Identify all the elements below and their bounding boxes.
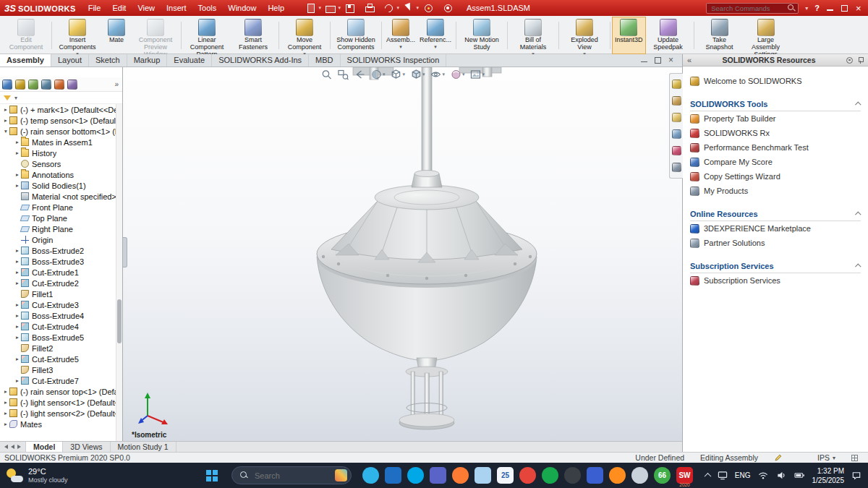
ribbon-button[interactable]: Linear Component Pattern ▾ (184, 17, 230, 53)
zoom-fit-icon[interactable] (320, 69, 332, 80)
expand-arrow[interactable]: ▸ (14, 139, 21, 145)
tree-item[interactable]: ▸ Cut-Extrude2 (0, 278, 116, 288)
ribbon-button[interactable] (505, 17, 510, 53)
document-tab[interactable]: Model (26, 442, 63, 452)
scroll-tabs-right-icon[interactable] (17, 445, 21, 449)
doc-minimize-icon[interactable] (641, 57, 647, 64)
tree-item[interactable]: Fillet3 (0, 364, 116, 375)
previous-view-icon[interactable] (354, 69, 365, 80)
commandmanager-tab[interactable]: SOLIDWORKS Add-Ins (212, 54, 309, 67)
taskpane-row[interactable]: Online Resources (690, 207, 861, 221)
taskbar-app-teams[interactable] (585, 464, 605, 487)
taskpane-row[interactable]: SOLIDWORKS Tools (690, 98, 861, 111)
expand-arrow[interactable]: ▸ (14, 269, 21, 275)
tree-item[interactable]: ▸ (-) light sensor<2> (Default<< (0, 408, 116, 419)
taskbar-app-spotify[interactable] (540, 464, 560, 487)
ribbon-button[interactable]: Insert Components ▾ (54, 17, 101, 53)
tree-item[interactable]: ▸ Cut-Extrude7 (0, 375, 116, 386)
select-arrow-icon[interactable] (404, 4, 413, 12)
ribbon-button[interactable] (179, 17, 184, 53)
scroll-tabs-left-icon[interactable] (4, 445, 8, 449)
document-tab[interactable]: Motion Study 1 (111, 442, 176, 452)
expand-arrow[interactable]: ▸ (14, 356, 21, 362)
expand-arrow[interactable]: ▸ (14, 171, 21, 178)
rebuild-icon[interactable] (423, 4, 433, 12)
tree-item[interactable]: Top Plane (0, 213, 116, 223)
notifications-icon[interactable] (851, 470, 862, 481)
expand-arrow[interactable]: ▸ (2, 421, 9, 427)
search-dropdown-caret[interactable]: ▾ (805, 5, 808, 12)
open-icon[interactable] (326, 4, 335, 12)
ribbon-button[interactable]: Bill of Materials ▾ (510, 17, 556, 53)
filter-funnel-icon[interactable] (4, 95, 11, 100)
commandmanager-tab[interactable]: Evaluate (167, 54, 212, 67)
search-highlight-thumbnail[interactable] (335, 469, 347, 481)
tree-item[interactable]: ▸ Cut-Extrude3 (0, 299, 116, 310)
menu-item[interactable]: File (82, 0, 107, 16)
graphics-viewport[interactable]: *Isometric (123, 67, 682, 441)
undo-icon[interactable] (384, 4, 393, 12)
expand-arrow[interactable]: ▸ (14, 323, 21, 330)
tree-item[interactable]: ▸ Mates in Assem1 (0, 137, 116, 147)
commandmanager-tab[interactable]: Sketch (89, 54, 127, 67)
tree-item[interactable]: ▸ (-) temp sensor<1> (Default<- (0, 115, 116, 126)
tree-item[interactable]: ▾ (-) rain sensor bottom<1> (De (0, 126, 116, 137)
expand-arrow[interactable]: ▸ (14, 301, 21, 308)
ribbon-button[interactable]: Take Snapshot (697, 17, 743, 53)
ribbon-button[interactable]: Smart Fasteners (230, 17, 276, 53)
restore-button[interactable] (841, 4, 848, 12)
ribbon-button[interactable] (692, 17, 697, 53)
zoom-area-icon[interactable] (337, 69, 349, 80)
save-icon[interactable] (345, 4, 354, 12)
expand-arrow[interactable]: ▸ (14, 258, 21, 265)
menu-item[interactable]: Window (222, 0, 262, 16)
ribbon-button[interactable] (556, 17, 561, 53)
appearances-tab[interactable] (672, 146, 681, 155)
taskpane-row[interactable]: Subscription Services (690, 260, 861, 273)
tree-item[interactable]: Origin (0, 234, 116, 245)
design-library-tab[interactable] (672, 96, 681, 106)
taskbar-app-outlook[interactable] (383, 464, 403, 487)
command-search-input[interactable] (710, 4, 785, 13)
taskbar-app-search-tool[interactable] (630, 464, 650, 487)
tree-scrollbar-thumb[interactable] (117, 299, 122, 343)
filter-caret[interactable]: ▾ (14, 95, 17, 101)
section-collapse-chevron[interactable] (855, 263, 861, 269)
ribbon-button[interactable] (608, 17, 613, 53)
ribbon-button[interactable] (49, 17, 54, 53)
taskpane-row[interactable]: 3DEXPERIENCE Marketplace (690, 221, 861, 236)
commandmanager-tab[interactable]: MBD (309, 54, 340, 67)
hide-show-items-icon[interactable] (430, 69, 446, 80)
expand-arrow[interactable]: ▸ (14, 377, 21, 384)
commandmanager-tab[interactable]: SOLIDWORKS Inspection (341, 54, 447, 67)
menu-item[interactable]: Help (262, 0, 290, 16)
displaymanager-tab[interactable] (54, 80, 64, 90)
tree-item[interactable]: ▸ Boss-Extrude2 (0, 245, 116, 256)
battery-icon[interactable] (793, 470, 806, 481)
language-indicator[interactable]: ENG (735, 471, 751, 479)
ribbon-button[interactable]: Large Assembly Settings (743, 17, 789, 53)
tree-item[interactable]: ▸ Annotations (0, 169, 116, 180)
taskbar-app-chrome[interactable] (518, 464, 537, 487)
help-icon[interactable]: ? (814, 4, 820, 12)
tree-item[interactable]: ▸ (-) light sensor<1> (Default<< (0, 397, 116, 408)
taskbar-app-battery-indicator[interactable]: 66 (652, 464, 672, 487)
expand-arrow[interactable]: ▸ (2, 117, 9, 124)
cam-manager-tab[interactable] (67, 80, 77, 90)
tree-item[interactable]: Material <not specified> (0, 191, 116, 202)
taskbar-app-edge[interactable] (361, 464, 380, 487)
start-button[interactable] (201, 465, 223, 487)
tree-scrollbar[interactable] (116, 104, 122, 441)
taskbar-app-skype[interactable] (406, 464, 425, 487)
tree-item[interactable]: ▸ Boss-Extrude3 (0, 256, 116, 267)
propertymanager-tab[interactable] (15, 80, 25, 90)
taskbar-app-calendar[interactable]: 25 (495, 464, 515, 487)
taskbar-app-obs-studio[interactable] (563, 464, 582, 487)
doc-close-icon[interactable] (668, 57, 675, 64)
section-view-icon[interactable] (370, 69, 386, 80)
tree-item[interactable]: ▸ (-) + mark<1> (Default<<Defa (0, 104, 116, 115)
ribbon-button[interactable]: Move Component ▾ (281, 17, 328, 53)
menu-item[interactable]: Edit (106, 0, 132, 16)
new-document-icon[interactable] (306, 4, 315, 12)
taskbar-app-file-explorer[interactable] (473, 464, 493, 487)
